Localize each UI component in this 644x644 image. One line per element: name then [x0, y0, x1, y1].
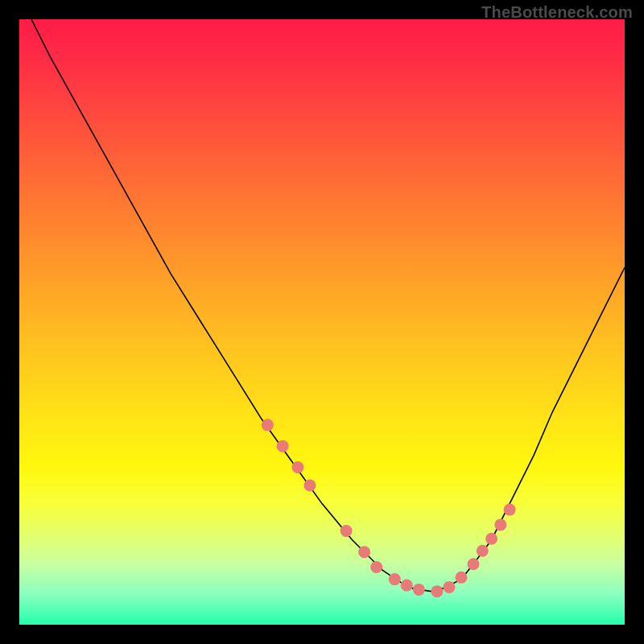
highlight-dot	[341, 525, 353, 537]
highlight-dot	[277, 440, 289, 452]
highlight-dot	[485, 533, 497, 545]
highlight-dot	[291, 461, 303, 473]
highlight-dot	[494, 518, 506, 530]
highlight-dot	[468, 558, 480, 570]
bottleneck-curve	[31, 19, 625, 592]
highlight-dot	[413, 584, 425, 596]
highlight-dot	[504, 504, 516, 516]
chart-plot-area	[19, 19, 625, 625]
chart-svg	[19, 19, 625, 625]
watermark-text: TheBottleneck.com	[481, 3, 633, 22]
highlight-dot	[443, 581, 455, 593]
highlight-dot	[370, 561, 382, 573]
highlight-dot	[401, 580, 413, 592]
highlight-dot	[455, 572, 467, 584]
highlight-dot	[477, 545, 489, 557]
highlight-dot	[358, 546, 370, 558]
highlight-dots	[262, 419, 516, 597]
highlight-dot	[303, 480, 316, 492]
highlight-dot	[389, 573, 401, 585]
highlight-dot	[262, 419, 274, 431]
highlight-dot	[431, 585, 443, 597]
